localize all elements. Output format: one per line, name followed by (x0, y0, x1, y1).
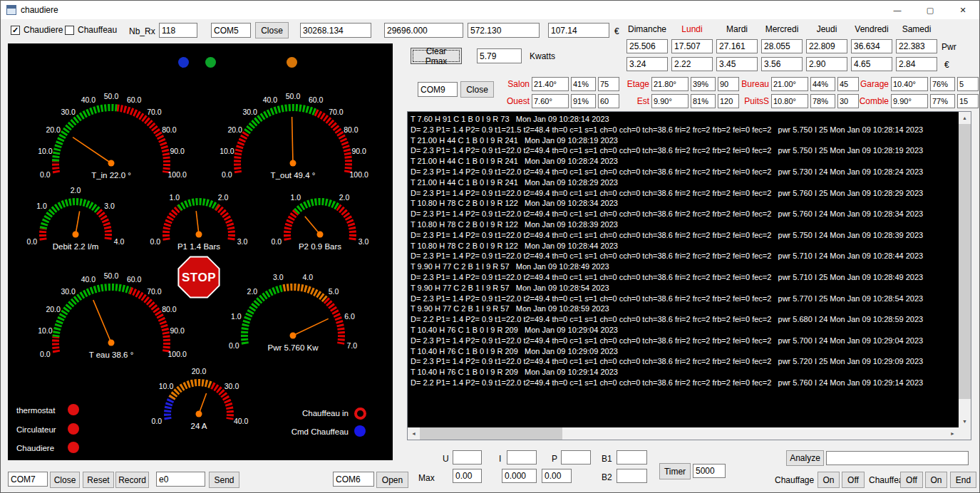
indicator-dot-blue (178, 57, 189, 68)
log-vertical-scrollbar[interactable]: ▲ ▼ (959, 112, 971, 427)
log-horizontal-scrollbar[interactable]: ◄ ► (408, 427, 959, 440)
sensor-value-field-garage[interactable]: 5 (957, 77, 979, 91)
svg-text:1.0: 1.0 (36, 202, 47, 210)
maximize-button[interactable]: ▢ (914, 1, 947, 19)
sensor-temp-field-comble[interactable]: 9.90° (891, 94, 928, 108)
sensor-temp-field-est[interactable]: 9.90° (651, 94, 688, 108)
b2-field[interactable] (617, 469, 647, 483)
max-i-field[interactable] (502, 469, 537, 483)
max-u-field[interactable] (453, 469, 482, 483)
nb-rx-field[interactable] (159, 23, 197, 38)
com7-close-button[interactable]: Close (50, 472, 80, 488)
sensor-value-field-ouest[interactable]: 60 (598, 94, 619, 108)
command-field[interactable] (156, 472, 205, 487)
b2-label: B2 (602, 472, 612, 482)
sensor-temp-field-bureau[interactable]: 21.00° (771, 77, 808, 91)
sensor-humidity-field-salon[interactable]: 41% (571, 77, 596, 91)
day-euro-field-vendredi[interactable]: 4.65 (851, 57, 892, 71)
sensor-humidity-field-puitss[interactable]: 78% (810, 94, 835, 108)
chauffage-on-button[interactable]: On (817, 472, 840, 488)
max-p-field[interactable] (542, 469, 572, 483)
chauffeau-off-button[interactable]: Off (900, 472, 923, 488)
day-euro-field-dimanche[interactable]: 3.24 (626, 57, 668, 71)
scroll-up-icon[interactable]: ▲ (959, 112, 971, 124)
sensor-label-bureau: Bureau (739, 79, 769, 89)
chauffage-off-button[interactable]: Off (842, 472, 865, 488)
sensor-temp-field-ouest[interactable]: 7.60° (532, 94, 569, 108)
sensor-value-field-bureau[interactable]: 45 (837, 77, 859, 91)
svg-text:0.0: 0.0 (150, 237, 161, 246)
send-button[interactable]: Send (209, 472, 239, 488)
day-euro-field-lundi[interactable]: 2.22 (671, 57, 713, 71)
b1-field[interactable] (617, 450, 647, 465)
sensor-humidity-field-garage[interactable]: 76% (930, 77, 955, 91)
titlebar: chaudiere — ▢ ✕ (1, 1, 979, 19)
day-euro-field-mercredi[interactable]: 3.56 (761, 57, 803, 71)
vertical-scroll-thumb[interactable] (959, 124, 971, 399)
reset-button[interactable]: Reset (83, 472, 114, 488)
sensor-humidity-field-bureau[interactable]: 44% (810, 77, 835, 91)
scroll-left-icon[interactable]: ◄ (408, 427, 420, 440)
counter1-field[interactable] (300, 23, 371, 38)
day-euro-field-samedi[interactable]: 2.84 (896, 57, 937, 71)
sensor-humidity-field-comble[interactable]: 77% (930, 94, 955, 108)
counter2-field[interactable] (384, 23, 463, 38)
analyze-button[interactable]: Analyze (786, 450, 824, 466)
com6-field[interactable] (333, 472, 374, 487)
sensor-value-field-est[interactable]: 120 (718, 94, 739, 108)
sensor-temp-field-salon[interactable]: 21.40° (532, 77, 569, 91)
p-field[interactable] (561, 450, 591, 465)
sensor-value-field-salon[interactable]: 75 (598, 77, 619, 91)
sensor-value-field-puitss[interactable]: 30 (837, 94, 859, 108)
sensor-temp-field-garage[interactable]: 10.40° (891, 77, 928, 91)
timer-field[interactable] (693, 464, 726, 478)
minimize-button[interactable]: — (881, 1, 914, 19)
chaudiere-checkbox-box[interactable]: ✓ (11, 26, 20, 35)
day-pwr-field-dimanche[interactable]: 25.506 (626, 39, 668, 53)
sensor-humidity-field-est[interactable]: 81% (691, 94, 716, 108)
end-button[interactable]: End (950, 472, 976, 488)
com9-field[interactable] (418, 82, 458, 97)
sensor-temp-field-puitss[interactable]: 10.80° (771, 94, 808, 108)
counter4-field[interactable] (548, 23, 609, 38)
com5-close-button[interactable]: Close (255, 22, 289, 38)
analyze-field[interactable] (826, 451, 969, 465)
sensor-value-field-comble[interactable]: 15 (957, 94, 979, 108)
close-window-button[interactable]: ✕ (947, 1, 979, 19)
record-button[interactable]: Record (115, 472, 149, 488)
sensor-humidity-field-etage[interactable]: 39% (691, 77, 716, 91)
svg-text:100.0: 100.0 (167, 170, 186, 179)
sensor-humidity-field-ouest[interactable]: 91% (571, 94, 596, 108)
gauge-caption-t-in: T_in 22.0 ° (91, 171, 131, 180)
clear-pmax-button[interactable]: Clear Pmax (411, 48, 462, 64)
day-euro-field-jeudi[interactable]: 2.90 (806, 57, 847, 71)
scroll-right-icon[interactable]: ► (947, 427, 959, 440)
chaudiere-checkbox[interactable]: ✓ Chaudiere (11, 24, 63, 36)
log-line: T 10.40 H 76 C 1 B 0 I 9 R 209 Mon Jan 0… (411, 367, 959, 378)
day-pwr-field-mardi[interactable]: 27.161 (716, 39, 758, 53)
com9-close-button[interactable]: Close (460, 81, 494, 98)
day-pwr-field-lundi[interactable]: 17.507 (671, 39, 713, 53)
pmax-field[interactable] (477, 48, 522, 63)
open-button[interactable]: Open (376, 472, 408, 488)
log-line: T 10.40 H 76 C 1 B 0 I 9 R 209 Mon Jan 0… (411, 325, 959, 336)
i-field[interactable] (507, 450, 537, 465)
sensor-temp-field-etage[interactable]: 21.80° (651, 77, 688, 91)
horizontal-scroll-thumb[interactable] (420, 427, 562, 440)
scroll-down-icon[interactable]: ▼ (959, 415, 971, 427)
sensor-value-field-etage[interactable]: 90 (718, 77, 739, 91)
day-pwr-field-mercredi[interactable]: 28.055 (761, 39, 803, 53)
u-field[interactable] (453, 450, 482, 465)
chauffeau-on-button[interactable]: On (925, 472, 947, 488)
counter3-field[interactable] (468, 23, 540, 38)
day-euro-field-mardi[interactable]: 3.45 (716, 57, 758, 71)
com7-field[interactable] (8, 472, 48, 487)
timer-button[interactable]: Timer (659, 463, 691, 479)
chauffeau-checkbox[interactable]: Chauffeau (65, 24, 117, 36)
day-pwr-field-jeudi[interactable]: 22.809 (806, 39, 847, 53)
day-pwr-field-samedi[interactable]: 22.383 (896, 39, 937, 53)
day-pwr-field-vendredi[interactable]: 36.634 (851, 39, 892, 53)
chauffeau-checkbox-box[interactable] (65, 26, 74, 35)
com5-field[interactable] (211, 23, 251, 38)
svg-text:2.0: 2.0 (339, 193, 350, 202)
